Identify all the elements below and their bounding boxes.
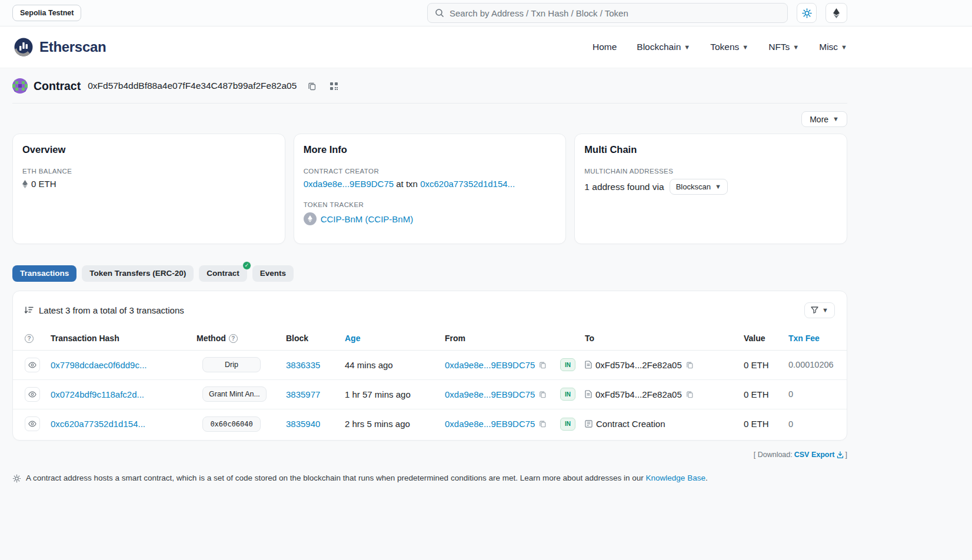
txn-hash-link[interactable]: 0xc620a77352d1d154... [51,419,145,429]
direction-badge: IN [560,418,575,431]
filter-button[interactable]: ▼ [804,302,835,318]
document-icon [585,361,592,369]
nav-label: NFTs [768,42,790,52]
block-link[interactable]: 3836335 [286,360,320,370]
multichain-found-text: 1 address found via [584,182,664,192]
nav-item-blockchain[interactable]: Blockchain ▼ [637,42,690,52]
preview-eye-button[interactable] [25,387,40,402]
method-badge[interactable]: 0x60c06040 [202,416,261,432]
etherscan-logo[interactable]: Etherscan [12,36,106,58]
value-text: 0 ETH [744,419,769,429]
txn-fee-text: 0 [788,389,793,399]
search-input[interactable] [450,8,780,18]
from-address-link[interactable]: 0xda9e8e...9EB9DC75 [445,360,535,370]
nav-item-home[interactable]: Home [592,42,617,52]
tab-label: Token Transfers (ERC-20) [89,269,186,278]
preview-eye-button[interactable] [25,416,40,431]
tab-events[interactable]: Events [252,265,294,282]
table-header-row: ? Transaction Hash Method? Block Age Fro… [13,326,847,351]
copy-icon [686,391,694,398]
txn-hash-link[interactable]: 0x7798dcdaec0f6dd9c... [51,360,147,370]
copy-from-button[interactable] [538,361,547,369]
age-text: 2 hrs 5 mins ago [345,419,410,429]
chevron-down-icon: ▼ [684,44,690,51]
nav-item-tokens[interactable]: Tokens ▼ [710,42,748,52]
download-suffix: ] [845,451,847,459]
copy-from-button[interactable] [538,390,547,399]
to-address-text: 0xFd57b4...2Fe82a05 [595,360,682,370]
tab-label: Contract [207,269,239,278]
creator-mid-text: at txn [394,179,420,189]
portfolio-source-select[interactable]: Blockscan ▼ [670,179,728,195]
network-selector-button[interactable]: Sepolia Testnet [12,5,81,21]
card-title: More Info [304,144,557,155]
value-text: 0 ETH [744,360,769,370]
tab-contract[interactable]: Contract ✓ [199,265,247,282]
network-switch-button[interactable] [825,3,847,23]
creator-address-link[interactable]: 0xda9e8e...9EB9DC75 [304,179,394,189]
copy-icon [539,420,547,428]
brand-name: Etherscan [39,39,106,55]
copy-to-button[interactable] [685,361,694,369]
copy-address-button[interactable] [306,80,318,92]
main-navbar: Etherscan Home Blockchain ▼ Tokens ▼ NFT… [0,26,972,68]
portfolio-source-label: Blockscan [676,182,711,191]
col-txn-fee-toggle[interactable]: Txn Fee [788,334,820,343]
qr-code-button[interactable] [328,80,340,92]
nav-item-nfts[interactable]: NFTs ▼ [768,42,799,52]
copy-from-button[interactable] [538,419,547,428]
search-bar[interactable] [427,3,788,23]
method-badge[interactable]: Grant Mint An... [202,386,267,402]
eth-balance-label: ETH BALANCE [22,168,275,175]
more-dropdown-button[interactable]: More ▼ [801,111,847,127]
nav-label: Home [592,42,617,52]
ethereum-icon [833,8,840,18]
theme-toggle-button[interactable] [797,3,817,23]
nav-label: Blockchain [637,42,681,52]
copy-icon [308,82,317,91]
txn-fee-text: 0.00010206 [788,360,834,369]
qr-code-icon [329,82,338,91]
tab-transactions[interactable]: Transactions [12,265,76,282]
funnel-icon [811,306,818,314]
token-tracker-link[interactable]: CCIP-BnM (CCIP-BnM) [321,214,414,224]
chevron-down-icon: ▼ [715,184,721,190]
ethereum-icon [22,180,28,188]
table-row: 0x7798dcdaec0f6dd9c... Drip 3836335 44 m… [13,351,847,380]
nav-item-misc[interactable]: Misc ▼ [819,42,847,52]
csv-export-link[interactable]: CSV Export [794,451,844,459]
tab-label: Events [260,269,286,278]
col-from: From [445,334,465,343]
chevron-down-icon: ▼ [833,116,839,122]
tip-icon [12,474,21,483]
download-prefix: [ Download: [754,451,793,459]
tab-token-transfers[interactable]: Token Transfers (ERC-20) [82,265,194,282]
knowledge-base-link[interactable]: Knowledge Base [646,474,705,482]
from-address-link[interactable]: 0xda9e8e...9EB9DC75 [445,419,535,429]
direction-badge: IN [560,388,575,401]
preview-eye-button[interactable] [25,358,40,372]
help-icon[interactable]: ? [25,334,34,343]
card-title: Overview [22,144,275,155]
txn-hash-link[interactable]: 0x0724bdf9c118afc2d... [51,389,144,399]
method-badge[interactable]: Drip [202,357,261,372]
creation-txn-link[interactable]: 0xc620a77352d1d154... [420,179,515,189]
note-text-after: . [705,474,708,482]
help-icon[interactable]: ? [229,334,238,343]
token-icon [304,212,317,225]
col-age-toggle[interactable]: Age [345,334,360,343]
section-tabs: Transactions Token Transfers (ERC-20) Co… [12,265,847,282]
search-icon [435,8,444,18]
block-link[interactable]: 3835977 [286,389,320,399]
copy-to-button[interactable] [685,390,694,399]
col-transaction-hash: Transaction Hash [51,334,119,343]
contract-creator-label: CONTRACT CREATOR [304,168,557,175]
tab-label: Transactions [20,269,69,278]
from-address-link[interactable]: 0xda9e8e...9EB9DC75 [445,389,535,399]
csv-export-label: CSV Export [794,451,835,459]
download-icon [837,451,844,458]
block-link[interactable]: 3835940 [286,419,320,429]
chevron-down-icon: ▼ [822,307,828,314]
eth-balance-value-row: 0 ETH [22,179,275,189]
card-title: Multi Chain [584,144,837,155]
